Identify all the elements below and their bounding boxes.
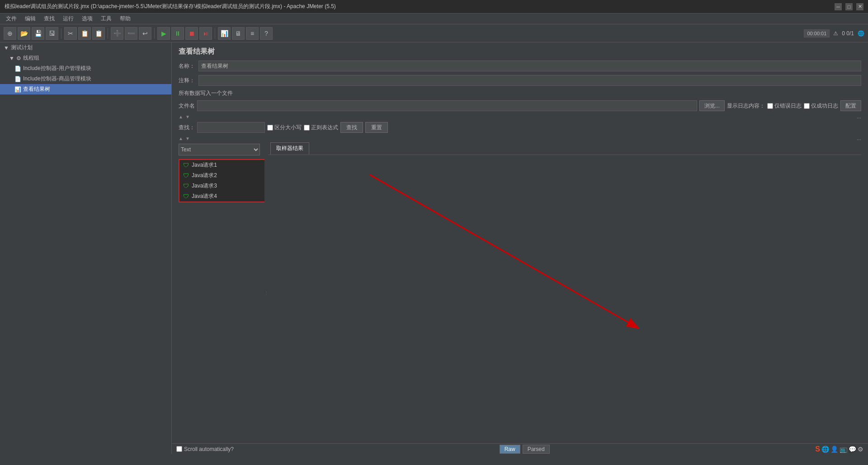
- toolbar-help[interactable]: ?: [260, 27, 273, 40]
- bottom-left: Scroll automatically?: [176, 446, 234, 452]
- warning-icon: ⚠: [833, 30, 838, 37]
- config-button[interactable]: 配置: [840, 100, 861, 111]
- tab-sampler-result[interactable]: 取样器结果: [270, 142, 309, 155]
- dots-menu-2[interactable]: ...: [857, 135, 861, 141]
- brand-icon-1: 🌐: [821, 446, 829, 453]
- toolbar-save[interactable]: 💾: [32, 27, 44, 40]
- toolbar-start[interactable]: ▶: [157, 27, 170, 40]
- menu-edit[interactable]: 编辑: [21, 14, 39, 23]
- tree-item-include-product[interactable]: 📄 Include控制器-商品管理模块: [0, 74, 171, 84]
- dots-menu-1[interactable]: ...: [857, 113, 861, 120]
- list-item-java2[interactable]: 🛡 Java请求2: [179, 170, 268, 181]
- reset-button[interactable]: 重置: [365, 122, 388, 133]
- toolbar-sep-4: [215, 28, 215, 39]
- tree-item-thread-group[interactable]: ▼ ⚙ 线程组: [0, 53, 171, 63]
- regex-label[interactable]: 正则表达式: [304, 124, 338, 132]
- title-bar: 模拟leader调试组员的测试片段.jmx (D:\apache-jmeter-…: [0, 0, 868, 14]
- menu-help[interactable]: 帮助: [116, 14, 134, 23]
- tree-plan-label: 测试计划: [11, 44, 33, 52]
- all-data-label: 所有数据写入一个文件: [172, 88, 868, 99]
- comment-input[interactable]: [198, 75, 861, 86]
- error-log-checkbox[interactable]: [767, 103, 773, 109]
- scroll-auto-checkbox[interactable]: [176, 446, 182, 452]
- list-item-java4[interactable]: 🛡 Java请求4: [179, 191, 268, 202]
- svg-line-1: [370, 174, 628, 322]
- case-sensitive-checkbox[interactable]: [267, 125, 273, 131]
- success-log-checkbox[interactable]: [804, 103, 810, 109]
- tree-result-label: 查看结果树: [23, 85, 50, 93]
- toolbar-cut[interactable]: ✂: [64, 27, 77, 40]
- toolbar-saveas[interactable]: 🖫: [46, 27, 58, 40]
- toolbar-remove[interactable]: ➖: [125, 27, 137, 40]
- toolbar-remote[interactable]: 🖥: [232, 27, 245, 40]
- expand-arrow-1[interactable]: ▲: [179, 114, 183, 119]
- menu-find[interactable]: 查找: [40, 14, 58, 23]
- divider-row-2: ▲ ▼ ...: [172, 134, 868, 142]
- shield-icon-1: 🛡: [183, 162, 189, 169]
- divider-row-1: ▲ ▼ ...: [172, 113, 868, 121]
- collapse-arrow-2[interactable]: ▼: [185, 136, 190, 141]
- globe-icon: 🌐: [858, 30, 864, 37]
- case-sensitive-label[interactable]: 区分大小写: [267, 124, 302, 132]
- comment-row: 注释：: [172, 73, 868, 88]
- brand-icon-4: 💬: [849, 446, 856, 453]
- toolbar-copy[interactable]: 📋: [78, 27, 91, 40]
- view-format-dropdown[interactable]: Text JSON XML HTML Regexp Tester: [179, 144, 260, 155]
- brand-icon-2: 👤: [830, 446, 838, 453]
- case-sensitive-text: 区分大小写: [274, 124, 302, 132]
- splitter-vertical[interactable]: ⋮: [264, 142, 268, 443]
- error-log-checkbox-label[interactable]: 仅错误日志: [767, 102, 802, 110]
- menu-options[interactable]: 选项: [78, 14, 96, 23]
- expand-arrow-2[interactable]: ▲: [179, 136, 183, 141]
- minimize-button[interactable]: ─: [835, 3, 842, 10]
- toolbar-add[interactable]: ➕: [111, 27, 123, 40]
- regex-text: 正则表达式: [311, 124, 338, 132]
- red-arrow-annotation: [268, 155, 868, 443]
- close-button[interactable]: ✕: [856, 3, 863, 10]
- tree-item-test-plan[interactable]: ▼ 测试计划: [0, 42, 171, 53]
- find-button[interactable]: 查找: [340, 122, 363, 133]
- comment-label: 注释：: [179, 77, 195, 85]
- success-log-checkbox-label[interactable]: 仅成功日志: [804, 102, 838, 110]
- toolbar-template[interactable]: ≡: [246, 27, 259, 40]
- maximize-button[interactable]: □: [845, 3, 853, 10]
- toolbar-stop[interactable]: ⏹: [185, 27, 198, 40]
- menu-tools[interactable]: 工具: [97, 14, 115, 23]
- name-input[interactable]: [198, 61, 861, 71]
- toolbar-paste[interactable]: 📋: [92, 27, 105, 40]
- list-item-java3[interactable]: 🛡 Java请求3: [179, 181, 268, 191]
- tab-parsed[interactable]: Parsed: [523, 445, 550, 454]
- log-content-label: 显示日志内容：: [727, 102, 765, 110]
- tree-viewer-icon: 📊: [14, 86, 21, 93]
- menu-run[interactable]: 运行: [59, 14, 77, 23]
- filename-label: 文件名: [179, 102, 195, 110]
- bottom-tabs: Raw Parsed: [500, 445, 550, 454]
- toolbar-undo[interactable]: ↩: [139, 27, 151, 40]
- toolbar-report[interactable]: 📊: [218, 27, 231, 40]
- tree-plan-icon: ▼: [4, 45, 9, 51]
- menu-file[interactable]: 文件: [2, 14, 20, 23]
- toolbar-open[interactable]: 📂: [18, 27, 30, 40]
- toolbar-stop-now[interactable]: ⏯: [199, 27, 212, 40]
- toolbar-start-no-pause[interactable]: ⏸: [171, 27, 184, 40]
- tab-raw[interactable]: Raw: [500, 445, 520, 454]
- status-time: 00:00:01: [804, 29, 830, 38]
- toolbar-sep-1: [61, 28, 61, 39]
- tree-item-result-tree[interactable]: 📊 查看结果树: [0, 84, 171, 94]
- list-item-java1[interactable]: 🛡 Java请求1: [179, 160, 268, 170]
- tree-include-product-label: Include控制器-商品管理模块: [23, 75, 91, 83]
- window-controls: ─ □ ✕: [835, 3, 863, 10]
- toolbar-new[interactable]: ⊕: [4, 27, 16, 40]
- scroll-auto-label[interactable]: Scroll automatically?: [176, 446, 234, 452]
- name-row: 名称：: [172, 59, 868, 73]
- list-item-label-2: Java请求2: [192, 172, 217, 179]
- search-input[interactable]: [197, 122, 265, 133]
- brand-icon-3: 📺: [840, 446, 847, 453]
- filename-input[interactable]: [197, 100, 697, 111]
- right-panel: 查看结果树 名称： 注释： 所有数据写入一个文件 文件名 浏览... 显示日志内…: [172, 42, 868, 454]
- right-content-area: 取样器结果: [268, 142, 868, 443]
- tree-item-include-user[interactable]: 📄 Include控制器-用户管理模块: [0, 63, 171, 74]
- collapse-arrow-1[interactable]: ▼: [185, 114, 190, 119]
- regex-checkbox[interactable]: [304, 125, 310, 131]
- browse-button[interactable]: 浏览...: [699, 100, 725, 111]
